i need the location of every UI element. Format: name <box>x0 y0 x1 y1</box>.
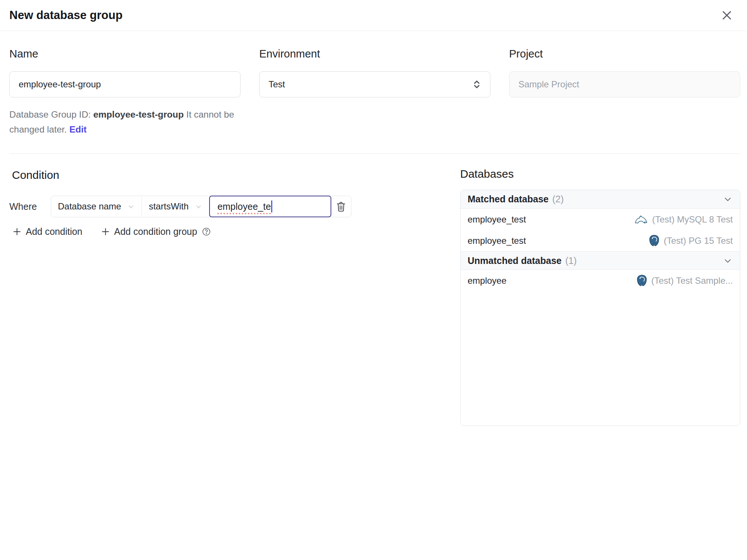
environment-value: Test <box>269 79 285 90</box>
chevron-down-icon <box>195 203 202 211</box>
add-condition-label: Add condition <box>26 226 83 237</box>
database-row[interactable]: employee_test (Test) MySQL 8 Test <box>461 209 740 230</box>
database-instance: (Test) Test Sample... <box>636 274 733 287</box>
add-condition-group-button[interactable]: Add condition group <box>100 226 211 237</box>
project-field-group: Project <box>509 48 740 97</box>
condition-factor-select[interactable]: Database name <box>51 196 142 217</box>
databases-heading: Databases <box>460 168 740 180</box>
help-icon[interactable] <box>202 227 211 236</box>
close-icon <box>720 9 734 22</box>
condition-value-input[interactable]: employee_te <box>209 196 331 217</box>
add-condition-group-label: Add condition group <box>114 226 197 237</box>
matched-database-count: (2) <box>552 194 564 205</box>
chevron-down-icon <box>723 194 733 204</box>
dialog-header: New database group <box>0 0 747 31</box>
database-name: employee <box>468 276 506 286</box>
matched-database-title: Matched database <box>468 194 549 205</box>
unmatched-database-title: Unmatched database <box>468 255 561 266</box>
postgres-icon <box>636 274 648 287</box>
condition-operator-select[interactable]: startsWith <box>142 196 210 217</box>
trash-icon <box>336 201 346 212</box>
condition-expression-group: Database name startsWith employee_te <box>51 196 351 217</box>
add-condition-button[interactable]: Add condition <box>12 226 83 237</box>
edit-id-link[interactable]: Edit <box>69 124 87 134</box>
name-field-group: Name <box>9 48 241 97</box>
condition-heading: Condition <box>12 169 460 181</box>
group-id-hint: Database Group ID: employee-test-group I… <box>9 107 243 137</box>
condition-value-text: employee_te <box>217 201 271 212</box>
plus-icon <box>100 227 111 237</box>
name-input[interactable] <box>9 71 241 97</box>
database-instance-label: (Test) PG 15 Test <box>664 236 733 246</box>
chevron-down-icon <box>127 203 135 211</box>
unmatched-database-header[interactable]: Unmatched database (1) <box>461 251 740 270</box>
database-instance-label: (Test) MySQL 8 Test <box>652 214 733 225</box>
database-instance-label: (Test) Test Sample... <box>651 276 733 286</box>
database-instance: (Test) PG 15 Test <box>648 234 733 247</box>
condition-actions: Add condition Add condition group <box>12 226 460 237</box>
chevron-up-down-icon <box>472 79 482 90</box>
databases-panel: Matched database (2) employee_test ( <box>460 190 740 426</box>
databases-section: Databases Matched database (2) employee_… <box>460 154 740 426</box>
delete-condition-button[interactable] <box>331 196 351 217</box>
environment-select[interactable]: Test <box>259 71 490 97</box>
lower-content: Condition Where Database name startsWith <box>0 154 747 426</box>
database-row[interactable]: employee (Test) Test Sample... <box>461 270 740 291</box>
condition-operator-value: startsWith <box>149 201 189 212</box>
dialog-title: New database group <box>9 9 123 22</box>
database-row[interactable]: employee_test (Test) PG 15 Test <box>461 230 740 251</box>
project-input <box>509 71 740 97</box>
mysql-icon <box>635 214 648 224</box>
plus-icon <box>12 227 22 237</box>
condition-factor-value: Database name <box>58 201 121 212</box>
environment-field-group: Environment Test <box>259 48 490 97</box>
close-button[interactable] <box>719 7 735 24</box>
name-label: Name <box>9 48 241 60</box>
text-caret <box>271 200 272 212</box>
database-name: employee_test <box>468 214 526 225</box>
group-id-hint-prefix: Database Group ID: <box>9 109 93 119</box>
unmatched-database-count: (1) <box>565 255 577 266</box>
postgres-icon <box>648 234 660 247</box>
form-fields: Name Environment Test Project <box>0 31 747 97</box>
database-instance: (Test) MySQL 8 Test <box>635 214 733 225</box>
where-label: Where <box>9 201 51 212</box>
chevron-down-icon <box>723 256 733 266</box>
condition-section: Condition Where Database name startsWith <box>0 154 460 237</box>
matched-database-header[interactable]: Matched database (2) <box>461 190 740 209</box>
environment-label: Environment <box>259 48 490 60</box>
group-id-value: employee-test-group <box>93 109 184 119</box>
project-label: Project <box>509 48 740 60</box>
database-name: employee_test <box>468 236 526 246</box>
condition-row: Where Database name startsWith employee_… <box>9 196 460 217</box>
